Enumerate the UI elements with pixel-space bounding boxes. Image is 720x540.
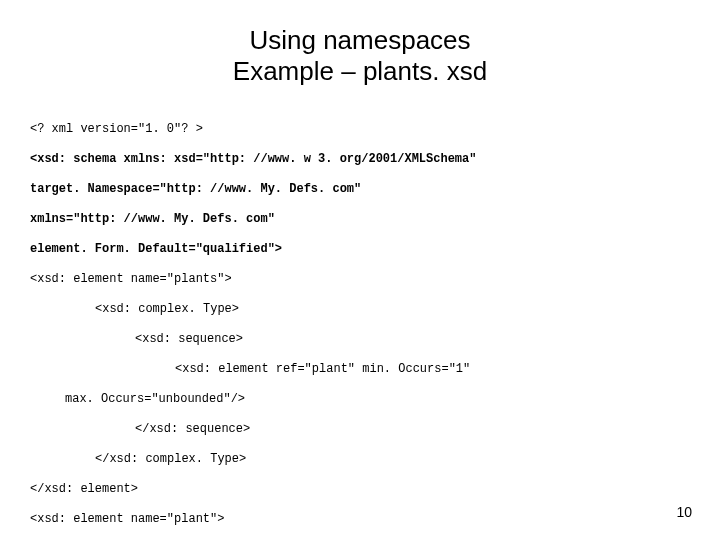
slide-title: Using namespaces Example – plants. xsd <box>0 25 720 87</box>
code-block: <? xml version="1. 0"? > <xsd: schema xm… <box>30 107 690 540</box>
code-line: <xsd: schema xmlns: xsd="http: //www. w … <box>30 152 690 167</box>
code-line: max. Occurs="unbounded"/> <box>30 392 690 407</box>
title-line-1: Using namespaces <box>0 25 720 56</box>
code-line: </xsd: sequence> <box>30 422 690 437</box>
code-line: <xsd: element name="plants"> <box>30 272 690 287</box>
title-line-2: Example – plants. xsd <box>0 56 720 87</box>
code-line: <? xml version="1. 0"? > <box>30 122 690 137</box>
code-line: </xsd: element> <box>30 482 690 497</box>
page-number: 10 <box>676 504 692 520</box>
code-line: element. Form. Default="qualified"> <box>30 242 690 257</box>
code-line: <xsd: complex. Type> <box>30 302 690 317</box>
code-line: <xsd: element name="plant"> <box>30 512 690 527</box>
code-line: <xsd: sequence> <box>30 332 690 347</box>
code-line: xmlns="http: //www. My. Defs. com" <box>30 212 690 227</box>
code-line: <xsd: element ref="plant" min. Occurs="1… <box>30 362 690 377</box>
code-line: </xsd: complex. Type> <box>30 452 690 467</box>
code-line: target. Namespace="http: //www. My. Defs… <box>30 182 690 197</box>
